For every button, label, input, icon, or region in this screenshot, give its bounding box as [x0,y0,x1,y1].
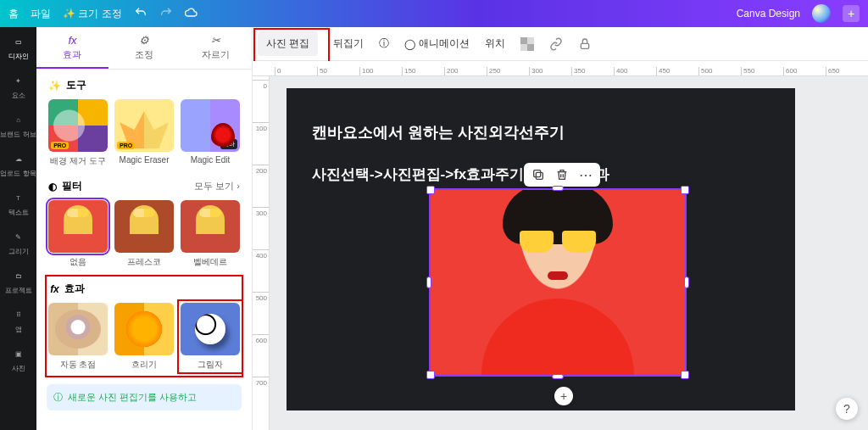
resize-handle[interactable] [426,371,435,379]
filter-belvedere[interactable]: 벨베데르 [181,200,240,268]
rail-elements[interactable]: ✦요소 [11,73,26,100]
link-icon[interactable] [549,37,563,51]
floating-toolbar: ⋯ [524,163,600,187]
info-banner[interactable]: ⓘ 새로운 사진 편집기를 사용하고 [47,384,242,410]
rail-uploads[interactable]: ☁업로드 항목 [0,151,36,178]
more-icon[interactable]: ⋯ [578,167,593,182]
resize-handle[interactable] [684,276,689,288]
tool-bg-remove[interactable]: PRO 배경 제거 도구 [48,99,108,167]
resize-handle[interactable] [681,186,689,194]
selected-image[interactable] [431,190,685,375]
home-button[interactable]: 홈 [8,7,19,21]
rail-text[interactable]: T텍스트 [8,190,29,217]
resize-handle[interactable] [552,374,564,379]
svg-rect-4 [536,172,542,179]
info-icon[interactable]: ⓘ [379,36,389,51]
see-all-filters[interactable]: 모두 보기 › [194,180,240,193]
resize-handle[interactable] [426,186,435,194]
filters-section: ◐ 필터모두 보기 › 없음 프레스코 벨베데르 [36,170,252,271]
resize-menu[interactable]: ✨ 크기 조정 [63,7,122,21]
edit-image-button[interactable]: 사진 편집 [258,31,318,56]
image-content [431,190,685,375]
tab-effects[interactable]: fx효과 [36,27,108,69]
rail-photos[interactable]: ▣사진 [11,346,26,373]
add-page-button[interactable]: + [554,387,573,405]
svg-rect-1 [520,37,527,44]
left-rail: ▭디자인 ✦요소 ⌂브랜드 허브 ☁업로드 항목 T텍스트 ✎그리기 🗀프로젝트… [0,27,36,430]
svg-rect-3 [581,43,589,48]
share-plus-button[interactable]: + [843,5,860,22]
resize-handle[interactable] [552,186,564,191]
filter-fresco[interactable]: 프레스코 [114,200,174,268]
delete-icon[interactable] [554,167,570,182]
fx-blur[interactable]: 흐리기 [114,303,174,371]
rail-projects[interactable]: 🗀프로젝트 [5,268,32,295]
rail-draw[interactable]: ✎그리기 [8,229,29,256]
beta-badge: 베타 [220,139,237,149]
filter-none[interactable]: 없음 [48,200,108,268]
position-button[interactable]: 위치 [485,36,505,51]
lock-icon[interactable] [578,37,592,51]
resize-handle[interactable] [681,371,689,379]
fx-section-highlight: fx 효과 자동 초점 흐리기 그림자 [47,276,242,376]
redo-button[interactable] [159,6,173,22]
svg-rect-5 [534,170,541,177]
animate-button[interactable]: ◯ 애니메이션 [404,36,470,51]
tools-section: ✨ 도구 PRO 배경 제거 도구 PRO Magic Eraser 베타 Ma… [36,70,252,170]
pro-badge: PRO [117,142,135,149]
artboard[interactable]: 캔바요소에서 원하는 사진외각선주기 사진선택->사진편집->fx효과주기->그… [287,88,795,410]
filters-title: 필터 [62,179,82,193]
rail-design[interactable]: ▭디자인 [8,34,29,61]
pro-badge: PRO [51,142,69,149]
duplicate-icon[interactable] [531,167,546,182]
transparency-icon[interactable] [520,37,534,51]
flip-button[interactable]: 뒤집기 [333,36,364,51]
rail-apps[interactable]: ⠿앱 [11,307,26,334]
tab-adjust[interactable]: ⚙조정 [108,27,181,69]
svg-rect-2 [527,44,534,51]
file-menu[interactable]: 파일 [31,7,51,21]
tools-title: 도구 [66,78,86,92]
canvas-area: 사진 편집 뒤집기 ⓘ ◯ 애니메이션 위치 05010015020025030… [253,27,868,430]
resize-label: 크기 조정 [78,8,121,20]
ruler-vertical: 0100200300400500600700 [253,76,270,430]
cloud-sync-icon[interactable] [185,6,198,22]
panel-tabs: fx효과 ⚙조정 ✂자르기 [36,27,252,70]
artboard-viewport[interactable]: 캔바요소에서 원하는 사진외각선주기 사진선택->사진편집->fx효과주기->그… [270,76,868,430]
fx-shadow[interactable]: 그림자 [181,303,240,371]
tool-magic-edit[interactable]: 베타 Magic Edit [181,99,240,167]
rail-brand[interactable]: ⌂브랜드 허브 [0,112,36,139]
avatar[interactable] [812,4,831,23]
context-toolbar: 사진 편집 뒤집기 ⓘ ◯ 애니메이션 위치 [253,27,868,61]
fx-autofocus[interactable]: 자동 초점 [48,303,108,371]
tool-magic-eraser[interactable]: PRO Magic Eraser [114,99,174,167]
undo-button[interactable] [134,6,147,22]
tab-crop[interactable]: ✂자르기 [180,27,252,69]
ruler-horizontal: 050100150200250300350400450500550600650 [253,61,868,76]
resize-handle[interactable] [426,276,431,288]
help-button[interactable]: ? [836,398,858,420]
fx-title: 효과 [64,282,85,296]
design-title[interactable]: Canva Design [737,8,800,20]
top-bar: 홈 파일 ✨ 크기 조정 Canva Design + [0,0,868,27]
side-panel: fx효과 ⚙조정 ✂자르기 ✨ 도구 PRO 배경 제거 도구 PRO Magi… [36,27,253,430]
artboard-title[interactable]: 캔바요소에서 원하는 사진외각선주기 [312,122,565,142]
